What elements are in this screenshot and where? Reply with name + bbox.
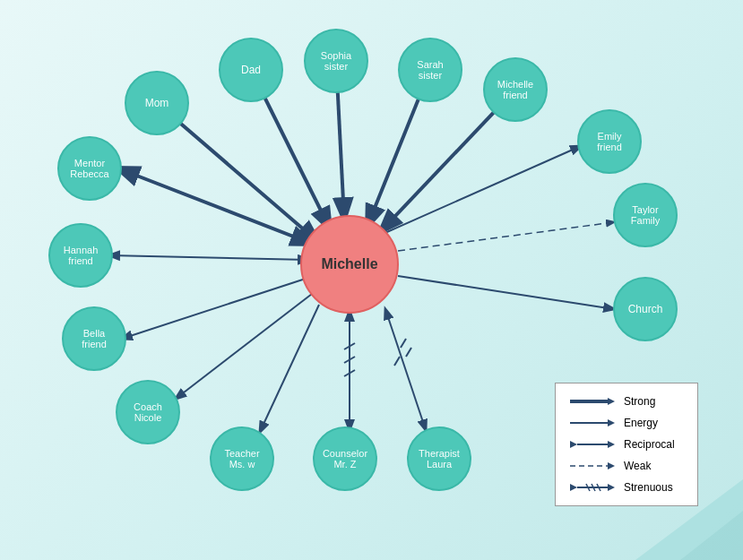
node-taylor: TaylorFamily bbox=[613, 183, 678, 247]
svg-line-19 bbox=[109, 255, 308, 260]
svg-line-14 bbox=[344, 357, 355, 363]
diagram-container: Michelle Mom Dad Sophiasister Sarahsiste… bbox=[0, 0, 743, 560]
node-sophia: Sophiasister bbox=[304, 29, 368, 93]
node-coach: CoachNicole bbox=[116, 380, 180, 444]
node-therapist: TherapistLaura bbox=[407, 426, 471, 491]
svg-line-7 bbox=[398, 276, 614, 309]
svg-line-10 bbox=[406, 348, 411, 357]
svg-line-6 bbox=[398, 222, 614, 251]
node-teacher: TeacherMs. w bbox=[210, 426, 274, 491]
svg-line-11 bbox=[394, 357, 400, 366]
node-bella: Bellafriend bbox=[62, 306, 126, 371]
svg-line-5 bbox=[381, 146, 581, 235]
svg-line-8 bbox=[385, 309, 426, 430]
svg-line-9 bbox=[401, 339, 406, 348]
svg-line-20 bbox=[118, 168, 312, 244]
legend-item-strong: Strong bbox=[570, 394, 683, 409]
node-church: Church bbox=[613, 277, 678, 341]
svg-line-17 bbox=[176, 294, 312, 399]
node-mentor: MentorRebecca bbox=[57, 136, 122, 201]
svg-line-13 bbox=[344, 343, 355, 349]
svg-line-15 bbox=[344, 370, 355, 376]
node-michelle-friend: Michellefriend bbox=[483, 57, 548, 122]
svg-line-16 bbox=[260, 305, 319, 432]
legend-label-strong: Strong bbox=[624, 395, 655, 408]
node-dad: Dad bbox=[219, 38, 283, 102]
svg-marker-22 bbox=[608, 398, 615, 405]
svg-line-18 bbox=[122, 276, 314, 339]
bg-decoration bbox=[564, 426, 743, 560]
node-sarah: Sarahsister bbox=[398, 38, 462, 102]
node-hannah: Hannahfriend bbox=[48, 223, 113, 288]
node-counselor: CounselorMr. Z bbox=[313, 426, 377, 491]
node-emily: Emilyfriend bbox=[577, 109, 642, 174]
central-node: Michelle bbox=[300, 215, 399, 314]
node-mom: Mom bbox=[125, 71, 189, 135]
